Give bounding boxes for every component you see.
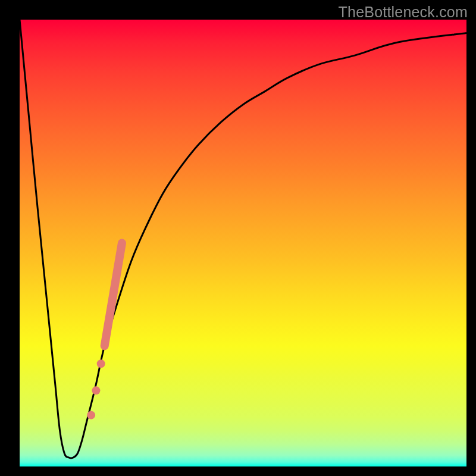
marker-layer	[87, 243, 122, 419]
dot-3	[87, 411, 95, 419]
dot-1	[97, 359, 105, 368]
bottleneck-curve-path	[20, 20, 466, 458]
plot-area	[20, 20, 466, 466]
chart-frame: TheBottleneck.com	[0, 0, 476, 476]
curve-layer	[20, 20, 466, 458]
chart-svg	[20, 20, 466, 466]
watermark-text: TheBottleneck.com	[339, 4, 468, 21]
dot-2	[92, 386, 100, 394]
